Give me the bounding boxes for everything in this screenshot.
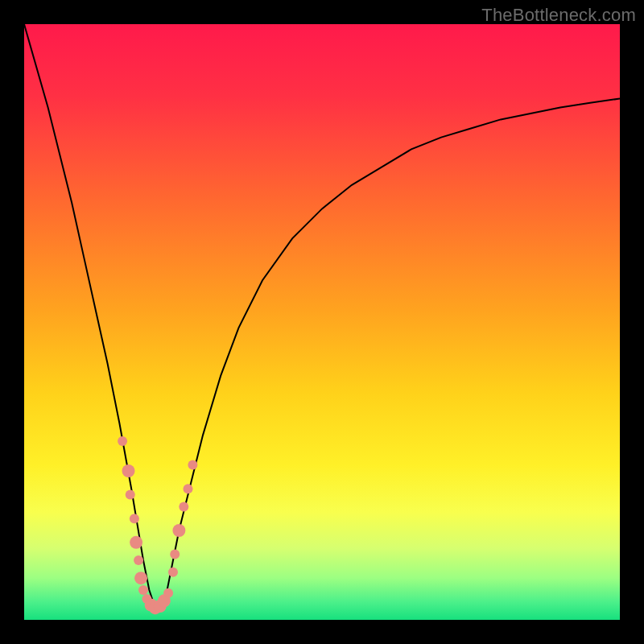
sample-marker	[122, 464, 135, 477]
sample-marker	[126, 490, 135, 500]
sample-marker	[134, 572, 147, 584]
sample-marker	[188, 460, 197, 470]
outer-frame: TheBottleneck.com	[0, 0, 644, 644]
bottleneck-chart	[24, 24, 620, 620]
sample-marker	[168, 568, 178, 577]
watermark-text: TheBottleneck.com	[481, 5, 636, 26]
sample-marker	[130, 536, 142, 549]
sample-marker	[130, 514, 139, 523]
sample-marker	[179, 502, 188, 511]
sample-marker	[184, 484, 193, 493]
sample-marker	[138, 585, 148, 595]
sample-marker	[163, 588, 173, 598]
sample-marker	[172, 524, 185, 537]
sample-marker	[118, 436, 127, 446]
sample-marker	[170, 550, 180, 559]
sample-marker	[134, 555, 143, 565]
